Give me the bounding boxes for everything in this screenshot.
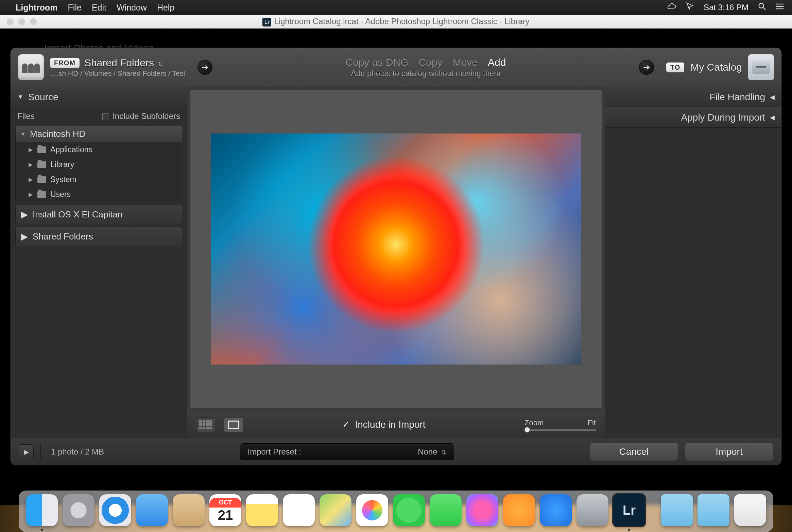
include-subfolders-checkbox[interactable]: Include Subfolders bbox=[102, 111, 180, 121]
dock-ibooks-icon[interactable] bbox=[503, 494, 535, 526]
dock-trash-icon[interactable] bbox=[734, 494, 766, 526]
menubar-clock[interactable]: Sat 3:16 PM bbox=[704, 3, 748, 12]
dock-itunes-icon[interactable] bbox=[466, 494, 498, 526]
preview-area[interactable] bbox=[190, 90, 602, 408]
svg-line-1 bbox=[763, 8, 766, 10]
apply-during-import-panel-header[interactable]: Apply During Import◀ bbox=[605, 107, 781, 128]
preview-toolbar: ✓ Include in Import ZoomFit bbox=[187, 411, 605, 438]
menubar-window[interactable]: Window bbox=[117, 3, 147, 13]
file-handling-panel-header[interactable]: File Handling◀ bbox=[605, 87, 781, 107]
source-panel: ▼Source Files Include Subfolders ▼Macint… bbox=[11, 87, 187, 438]
dock-mail-icon[interactable] bbox=[136, 494, 168, 526]
dock-reminders-icon[interactable] bbox=[283, 494, 315, 526]
preview-panel: ✓ Include in Import ZoomFit bbox=[187, 87, 605, 438]
from-badge: FROM bbox=[50, 58, 80, 68]
menubar-file[interactable]: File bbox=[68, 3, 82, 13]
tree-row-system[interactable]: ▶System bbox=[16, 172, 182, 187]
dock-messages-icon[interactable] bbox=[393, 494, 425, 526]
source-panel-header[interactable]: ▼Source bbox=[11, 87, 187, 107]
image-thumbnail[interactable] bbox=[211, 134, 581, 365]
triangle-right-icon: ▶ bbox=[28, 161, 33, 168]
to-badge: TO bbox=[666, 63, 684, 72]
mode-copy-dng[interactable]: Copy as DNG bbox=[346, 57, 409, 68]
svg-point-5 bbox=[776, 3, 778, 5]
dock-appstore-icon[interactable] bbox=[540, 494, 572, 526]
window-titlebar: LrLightroom Catalog.lrcat - Adobe Photos… bbox=[0, 15, 792, 29]
volume-install-osx[interactable]: ▶Install OS X El Capitan bbox=[15, 205, 182, 224]
files-label: Files bbox=[17, 111, 35, 121]
cancel-button[interactable]: Cancel bbox=[590, 443, 678, 461]
arrow-right-button-1[interactable]: ➔ bbox=[197, 60, 212, 75]
import-preset-value: None bbox=[418, 447, 437, 456]
dock-photos-icon[interactable] bbox=[356, 494, 388, 526]
notification-center-icon[interactable] bbox=[776, 2, 785, 13]
dock-folder-2-icon[interactable] bbox=[698, 494, 729, 526]
mode-move[interactable]: Move bbox=[453, 57, 478, 68]
import-status: 1 photo / 2 MB bbox=[51, 447, 104, 457]
triangle-right-icon: ▶ bbox=[21, 209, 28, 220]
macos-menubar: Lightroom File Edit Window Help Sat 3:16… bbox=[0, 0, 792, 15]
macos-dock: OCT21 Lr bbox=[19, 491, 773, 532]
tree-row-users[interactable]: ▶Users bbox=[16, 187, 182, 202]
checkmark-icon[interactable]: ✓ bbox=[342, 419, 350, 430]
tree-row-library[interactable]: ▶Library bbox=[16, 157, 182, 172]
dock-safari-icon[interactable] bbox=[99, 494, 131, 526]
updown-icon: ⇅ bbox=[440, 449, 446, 456]
destination-disk-icon[interactable] bbox=[748, 54, 774, 80]
source-device-icon[interactable] bbox=[18, 54, 44, 80]
dock-finder-icon[interactable] bbox=[26, 494, 58, 526]
lightroom-badge-icon: Lr bbox=[262, 18, 271, 26]
zoom-label: Zoom bbox=[524, 419, 544, 427]
dock-container: OCT21 Lr bbox=[0, 484, 792, 532]
tree-row-macintosh-hd[interactable]: ▼Macintosh HD bbox=[16, 126, 182, 142]
loupe-view-button[interactable] bbox=[224, 417, 243, 432]
from-source-dropdown[interactable]: Shared Folders ⇅ bbox=[84, 57, 163, 69]
dock-calendar-icon[interactable]: OCT21 bbox=[209, 494, 241, 526]
dock-launchpad-icon[interactable] bbox=[63, 494, 94, 526]
dock-lightroom-icon[interactable]: Lr bbox=[613, 494, 645, 526]
menubar-edit[interactable]: Edit bbox=[92, 3, 106, 13]
zoom-slider[interactable]: ZoomFit bbox=[524, 419, 596, 431]
grid-view-button[interactable] bbox=[196, 417, 215, 432]
dock-maps-icon[interactable] bbox=[320, 494, 351, 526]
spotlight-search-icon[interactable] bbox=[757, 2, 767, 13]
mode-description: Add photos to catalog without moving the… bbox=[351, 69, 501, 78]
triangle-down-icon: ▼ bbox=[20, 131, 26, 137]
dock-system-preferences-icon[interactable] bbox=[576, 494, 608, 526]
dock-facetime-icon[interactable] bbox=[430, 494, 462, 526]
creative-cloud-icon[interactable] bbox=[667, 2, 676, 13]
expand-collapse-button[interactable]: ▶ bbox=[19, 444, 34, 459]
import-preset-label: Import Preset : bbox=[248, 447, 301, 457]
import-dialog: FROM Shared Folders ⇅ …sh HD / Volumes /… bbox=[10, 48, 782, 465]
import-button[interactable]: Import bbox=[685, 443, 773, 461]
triangle-right-icon: ▶ bbox=[28, 191, 33, 198]
tree-row-applications[interactable]: ▶Applications bbox=[16, 142, 182, 157]
import-preset-dropdown[interactable]: Import Preset : None ⇅ bbox=[240, 443, 454, 460]
dock-notes-icon[interactable] bbox=[246, 494, 278, 526]
import-dialog-footer: ▶ 1 photo / 2 MB Import Preset : None ⇅ … bbox=[11, 438, 781, 465]
include-in-import-label[interactable]: Include in Import bbox=[355, 419, 426, 430]
triangle-left-icon: ◀ bbox=[770, 114, 775, 121]
dock-separator bbox=[653, 496, 653, 526]
to-destination[interactable]: My Catalog bbox=[690, 61, 742, 73]
folder-icon bbox=[37, 161, 46, 168]
import-dialog-header: FROM Shared Folders ⇅ …sh HD / Volumes /… bbox=[11, 48, 781, 87]
window-title: LrLightroom Catalog.lrcat - Adobe Photos… bbox=[0, 17, 792, 26]
dock-folder-1-icon[interactable] bbox=[661, 494, 693, 526]
cursor-icon[interactable] bbox=[685, 2, 695, 13]
arrow-right-button-2[interactable]: ➔ bbox=[639, 60, 654, 75]
triangle-right-icon: ▶ bbox=[28, 176, 33, 183]
menubar-app-name[interactable]: Lightroom bbox=[16, 3, 58, 13]
window-traffic-lights[interactable] bbox=[0, 18, 37, 25]
mode-copy[interactable]: Copy bbox=[419, 57, 443, 68]
volume-shared-folders[interactable]: ▶Shared Folders bbox=[15, 227, 182, 246]
zoom-slider-knob[interactable] bbox=[524, 427, 530, 432]
source-tree: ▼Macintosh HD ▶Applications ▶Library ▶Sy… bbox=[15, 126, 182, 202]
right-panel: File Handling◀ Apply During Import◀ bbox=[605, 87, 781, 438]
mode-add[interactable]: Add bbox=[488, 57, 506, 68]
triangle-down-icon: ▼ bbox=[17, 93, 23, 101]
dock-contacts-icon[interactable] bbox=[173, 494, 205, 526]
menubar-help[interactable]: Help bbox=[157, 3, 174, 13]
svg-point-7 bbox=[776, 8, 778, 10]
fit-label: Fit bbox=[588, 419, 596, 427]
